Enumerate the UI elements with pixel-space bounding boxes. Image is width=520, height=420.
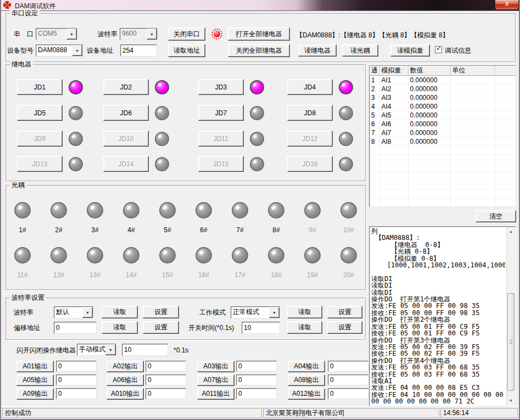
analog-row-3[interactable]: 3AI30.000000 xyxy=(370,93,516,102)
work-mode-set-button[interactable]: 设置 xyxy=(327,306,362,318)
read-relays-button[interactable]: 读继电器 xyxy=(298,44,337,57)
output-button-a02[interactable]: A02输出 xyxy=(107,361,144,372)
open-all-relays-button[interactable]: 打开全部继电器 xyxy=(228,27,290,41)
relay-button-jd4[interactable]: JD4 xyxy=(287,79,333,95)
output-input-3[interactable] xyxy=(236,361,277,372)
switch-time-read-button[interactable]: 读取 xyxy=(287,321,322,334)
offset-set-button[interactable]: 设置 xyxy=(143,321,179,334)
output-input-8[interactable] xyxy=(328,374,368,385)
output-input-10[interactable] xyxy=(146,388,186,399)
serial-group: 串口设定 串 口 COM5 ▼ 波特率 9600 ▼ 关闭串口 打开全部继电器 … xyxy=(5,13,516,62)
baud-select[interactable]: 默认 ▼ xyxy=(54,306,93,318)
output-button-a06[interactable]: A06输出 xyxy=(107,374,144,386)
work-mode-read-button[interactable]: 读取 xyxy=(287,306,322,318)
opto-led-7 xyxy=(232,202,248,219)
opto-label-20: 20# xyxy=(332,271,365,279)
relay-button-jd8[interactable]: JD8 xyxy=(287,105,333,121)
relay-led-8 xyxy=(339,106,353,120)
relay-button-jd14: JD14 xyxy=(103,156,149,172)
baud-set-button[interactable]: 设置 xyxy=(143,306,179,318)
analog-cell: AI4 xyxy=(379,102,408,111)
relay-button-jd2[interactable]: JD2 xyxy=(103,79,149,95)
output-button-a05[interactable]: A05输出 xyxy=(16,374,54,386)
output-input-4[interactable] xyxy=(328,361,368,372)
close-serial-button[interactable]: 关闭串口 xyxy=(168,27,205,41)
close-button[interactable]: X xyxy=(495,0,519,10)
analog-row-6[interactable]: 6AI60.000000 xyxy=(370,120,516,128)
relay-button-jd7[interactable]: JD7 xyxy=(198,105,244,121)
analog-col-header-4[interactable]: 单位 xyxy=(450,66,495,76)
analog-row-15 xyxy=(370,199,516,208)
debug-info-checkbox[interactable]: ✓ xyxy=(435,46,442,53)
flash-time-input[interactable] xyxy=(122,344,168,356)
output-button-a07[interactable]: A07输出 xyxy=(197,374,234,386)
offset-read-button[interactable]: 读取 xyxy=(102,321,138,334)
analog-row-2[interactable]: 2AI20.000000 xyxy=(370,85,516,93)
output-input-11[interactable] xyxy=(236,388,277,399)
relay-button-jd5[interactable]: JD5 xyxy=(17,105,63,121)
read-address-button[interactable]: 读取地址 xyxy=(168,44,205,57)
output-input-5[interactable] xyxy=(56,374,97,385)
analog-row-7[interactable]: 7AI70.000000 xyxy=(370,128,516,137)
output-button-a011[interactable]: A011输出 xyxy=(197,388,234,400)
output-input-1[interactable] xyxy=(56,361,97,372)
scroll-down-icon[interactable]: ▼ xyxy=(507,396,515,405)
output-button-a010[interactable]: A010输出 xyxy=(107,388,144,400)
device-model-select[interactable]: DAM0888 ▼ xyxy=(36,44,83,57)
opto-led-15 xyxy=(159,247,176,264)
analog-col-header-3[interactable]: 数值 xyxy=(408,66,450,76)
flash-mode-select[interactable]: 手动模式 ▼ xyxy=(77,344,116,356)
analog-cell: AI5 xyxy=(379,111,408,120)
read-opto-button[interactable]: 读光耦 xyxy=(342,44,378,57)
switch-time-input[interactable] xyxy=(242,322,280,334)
switch-time-set-button[interactable]: 设置 xyxy=(327,321,362,334)
analog-cell xyxy=(408,146,450,155)
analog-row-5[interactable]: 5AI50.000000 xyxy=(370,111,516,120)
analog-cell xyxy=(370,155,379,164)
output-button-a04[interactable]: A04输出 xyxy=(288,361,325,372)
output-button-a09[interactable]: A09输出 xyxy=(16,388,54,400)
output-button-a08[interactable]: A08输出 xyxy=(288,374,325,386)
device-address-input[interactable] xyxy=(120,44,157,57)
analog-cell xyxy=(379,190,408,199)
work-mode-select[interactable]: 正常模式 ▼ xyxy=(231,306,280,318)
relay-button-jd1[interactable]: JD1 xyxy=(17,79,63,95)
read-analog-button[interactable]: 读模拟量 xyxy=(390,44,430,57)
output-input-7[interactable] xyxy=(236,374,277,385)
log-output[interactable]: 列 【DAM0888】: 【继电器 0-8】 【光耦 0-8】 【模拟量 0-8… xyxy=(371,228,505,405)
analog-cell xyxy=(450,93,495,102)
scroll-thumb[interactable] xyxy=(507,293,515,391)
output-input-6[interactable] xyxy=(146,374,186,385)
analog-cell xyxy=(408,155,450,164)
analog-row-8[interactable]: 8AI80.000000 xyxy=(370,137,516,146)
clear-button[interactable]: 清空 xyxy=(476,210,516,222)
opto-label-16: 16# xyxy=(187,271,220,279)
output-input-2[interactable] xyxy=(146,361,186,372)
switch-time-label: 开关时间(*0.1s) xyxy=(188,324,234,332)
analog-row-4[interactable]: 4AI40.000000 xyxy=(370,102,516,111)
relay-button-jd3[interactable]: JD3 xyxy=(198,79,244,95)
analog-cell xyxy=(495,190,516,199)
relay-button-jd6[interactable]: JD6 xyxy=(103,105,149,121)
com-port-select: COM5 ▼ xyxy=(36,28,77,40)
analog-col-header-1[interactable]: 通 xyxy=(370,66,379,76)
analog-row-1[interactable]: 1AI10.000000 xyxy=(370,76,516,85)
output-input-9[interactable] xyxy=(56,388,97,399)
title-bar: DAM调试软件 X xyxy=(0,0,520,11)
output-button-a03[interactable]: A03输出 xyxy=(197,361,234,372)
output-button-a01[interactable]: A01输出 xyxy=(16,361,54,372)
analog-col-header-5[interactable] xyxy=(495,66,516,76)
analog-cell: AI2 xyxy=(379,85,408,93)
opto-label-11: 11# xyxy=(6,271,39,279)
output-button-a012[interactable]: A012输出 xyxy=(288,388,325,400)
close-all-relays-button[interactable]: 关闭全部继电器 xyxy=(228,44,290,57)
analog-col-header-2[interactable]: 模拟量 xyxy=(379,66,408,76)
analog-cell xyxy=(495,128,516,137)
output-input-12[interactable] xyxy=(328,388,368,399)
baud-read-button[interactable]: 读取 xyxy=(102,306,138,318)
offset-address-input[interactable] xyxy=(54,322,97,334)
scroll-up-icon[interactable]: ▲ xyxy=(507,227,515,236)
log-scrollbar[interactable]: ▲ ▼ xyxy=(506,227,515,405)
analog-cell xyxy=(408,181,450,190)
device-info-text: 【DAM0888】:【继电器 8】【光耦 8】【模拟量 8】 xyxy=(296,32,449,39)
